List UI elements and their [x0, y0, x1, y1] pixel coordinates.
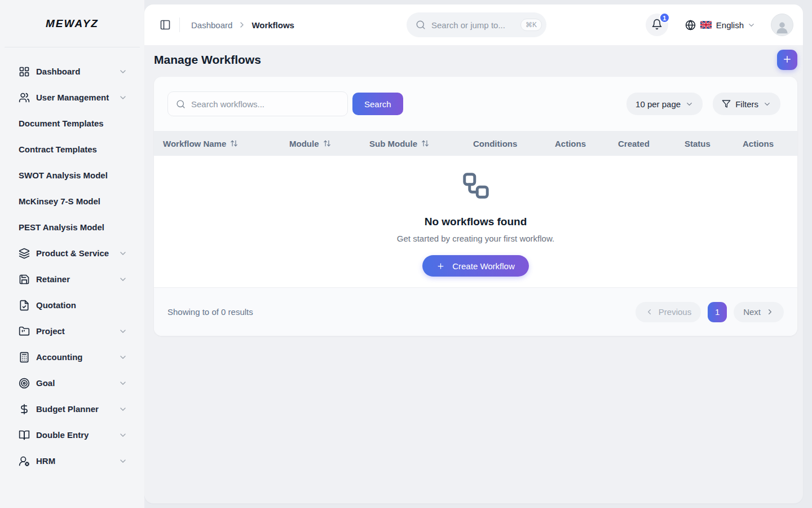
- create-workflow-label: Create Workflow: [452, 261, 515, 271]
- sort-icon: [230, 139, 238, 147]
- workflow-search-input[interactable]: [191, 99, 339, 109]
- search-button[interactable]: Search: [352, 93, 403, 115]
- chevron-down-icon: [118, 67, 127, 76]
- previous-page-button[interactable]: Previous: [636, 302, 701, 322]
- results-summary: Showing to of 0 results: [167, 307, 253, 317]
- sidebar-item-retainer[interactable]: Retainer: [0, 266, 144, 292]
- column-label: Conditions: [473, 139, 517, 148]
- dollar-icon: [19, 404, 30, 415]
- sidebar-item-quotation[interactable]: Quotation: [0, 292, 144, 318]
- chevron-down-icon: [763, 100, 771, 108]
- page-title: Manage Workflows: [154, 53, 261, 67]
- sidebar-item-label: Goal: [36, 378, 55, 389]
- topbar-left: Dashboard Workflows: [160, 17, 407, 32]
- toolbar-right: 10 per page Filters: [626, 93, 780, 115]
- sidebar-item-product-service[interactable]: Product & Service: [0, 240, 144, 266]
- sidebar-item-label: Double Entry: [36, 430, 89, 441]
- panel-left-icon: [160, 19, 171, 30]
- chevron-down-icon: [118, 405, 127, 414]
- column-header-workflow-name[interactable]: Workflow Name: [163, 139, 289, 148]
- global-search[interactable]: ⌘K: [407, 12, 546, 37]
- uk-flag-icon: [700, 21, 712, 29]
- calculator-icon: [19, 352, 30, 363]
- sidebar-item-project[interactable]: Project: [0, 318, 144, 344]
- sidebar-item-label: HRM: [36, 456, 55, 467]
- empty-state-title: No workflows found: [154, 216, 797, 228]
- sidebar-item-label: McKinsey 7-S Model: [19, 196, 100, 207]
- topbar: Dashboard Workflows ⌘K 1: [144, 5, 803, 45]
- sidebar-item-swot-analysis-model[interactable]: SWOT Analysis Model: [0, 163, 144, 189]
- filter-icon: [722, 99, 731, 108]
- topbar-right: 1 English: [646, 14, 793, 36]
- sidebar-item-label: PEST Analysis Model: [19, 222, 104, 233]
- language-label: English: [716, 20, 744, 30]
- main-container: Dashboard Workflows ⌘K 1: [144, 5, 803, 503]
- column-label: Actions: [743, 139, 774, 148]
- filters-button[interactable]: Filters: [713, 93, 780, 115]
- column-label: Status: [685, 139, 710, 148]
- sidebar-item-label: Project: [36, 326, 65, 337]
- column-header-module[interactable]: Module: [289, 139, 369, 148]
- workflow-search[interactable]: [167, 91, 348, 116]
- global-search-input[interactable]: [431, 20, 515, 30]
- app: MEWAYZ DashboardUser ManagementDocument …: [0, 0, 812, 508]
- empty-state: No workflows found Get started by creati…: [154, 156, 797, 287]
- sidebar-item-label: Product & Service: [36, 248, 109, 259]
- sidebar-item-double-entry[interactable]: Double Entry: [0, 422, 144, 448]
- breadcrumb-dashboard[interactable]: Dashboard: [191, 20, 232, 30]
- sort-icon: [323, 139, 331, 147]
- sidebar-item-label: Quotation: [36, 300, 76, 311]
- column-header-status: Status: [685, 139, 743, 148]
- sidebar-item-label: User Management: [36, 92, 109, 103]
- column-header-created: Created: [618, 139, 685, 148]
- brand-logo: MEWAYZ: [46, 17, 99, 30]
- sidebar-item-contract-templates[interactable]: Contract Templates: [0, 137, 144, 163]
- divider: [179, 17, 180, 32]
- workflow-icon: [461, 170, 491, 201]
- column-label: Module: [289, 139, 319, 148]
- breadcrumb-current: Workflows: [251, 20, 294, 30]
- workflows-toolbar: Search 10 per page Filters: [154, 77, 797, 131]
- chevron-right-icon: [766, 308, 774, 316]
- create-workflow-button[interactable]: Create Workflow: [422, 255, 529, 277]
- sidebar-toggle-button[interactable]: [160, 19, 171, 30]
- per-page-label: 10 per page: [636, 99, 681, 109]
- sidebar-item-budget-planner[interactable]: Budget Planner: [0, 396, 144, 422]
- chevron-down-icon: [118, 275, 127, 284]
- sidebar-item-goal[interactable]: Goal: [0, 370, 144, 396]
- chevron-down-icon: [118, 431, 127, 440]
- column-header-actions: Actions: [555, 139, 618, 148]
- per-page-select[interactable]: 10 per page: [626, 93, 703, 115]
- sidebar-item-document-templates[interactable]: Document Templates: [0, 111, 144, 137]
- sidebar-item-label: Contract Templates: [19, 144, 97, 155]
- sidebar-item-accounting[interactable]: Accounting: [0, 344, 144, 370]
- sidebar-item-user-management[interactable]: User Management: [0, 85, 144, 111]
- workflows-card: Search 10 per page Filters: [154, 77, 797, 336]
- plus-icon: [782, 54, 792, 66]
- page-head: Manage Workflows: [154, 49, 797, 77]
- save-icon: [19, 274, 30, 285]
- notification-count-badge: 1: [659, 12, 670, 23]
- column-header-sub-module[interactable]: Sub Module: [369, 139, 473, 148]
- sidebar-nav: DashboardUser ManagementDocument Templat…: [0, 47, 144, 508]
- notifications-button[interactable]: 1: [646, 14, 668, 36]
- language-selector[interactable]: English: [685, 20, 756, 30]
- file-check-icon: [19, 300, 30, 311]
- brand-logo-area: MEWAYZ: [5, 0, 140, 47]
- sidebar-item-label: Accounting: [36, 352, 83, 363]
- chevron-down-icon: [118, 327, 127, 336]
- next-page-button[interactable]: Next: [734, 302, 784, 322]
- chevron-down-icon: [118, 93, 127, 102]
- sidebar-item-dashboard[interactable]: Dashboard: [0, 59, 144, 85]
- page-number-button[interactable]: 1: [708, 302, 727, 322]
- sidebar-item-hrm[interactable]: HRM: [0, 448, 144, 474]
- column-label: Actions: [555, 139, 586, 148]
- sort-icon: [421, 139, 429, 147]
- add-workflow-button[interactable]: [777, 50, 797, 70]
- user-avatar[interactable]: [771, 14, 793, 36]
- table-header-row: Workflow NameModuleSub ModuleConditionsA…: [154, 131, 797, 156]
- sidebar-item-mckinsey-7-s-model[interactable]: McKinsey 7-S Model: [0, 189, 144, 214]
- sidebar-item-label: SWOT Analysis Model: [19, 170, 108, 181]
- sidebar-item-pest-analysis-model[interactable]: PEST Analysis Model: [0, 214, 144, 240]
- chevron-left-icon: [645, 308, 654, 316]
